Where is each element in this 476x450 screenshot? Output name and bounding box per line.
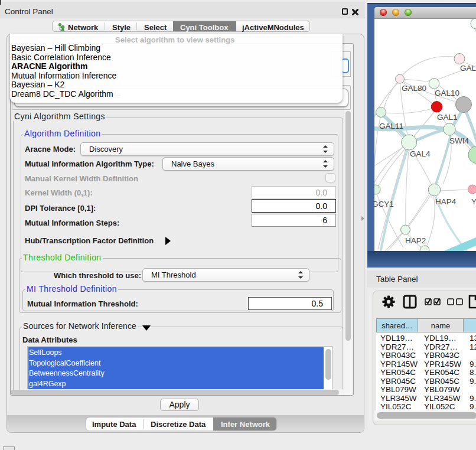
svg-text:GAL7: GAL7	[460, 64, 476, 73]
svg-text:GAL1: GAL1	[437, 113, 458, 122]
svg-text:GCY1: GCY1	[374, 200, 394, 208]
svg-text:SWI4: SWI4	[449, 136, 469, 145]
svg-text:GAL4: GAL4	[410, 149, 431, 158]
svg-text:GAL10: GAL10	[435, 89, 459, 97]
svg-text:HAP4: HAP4	[435, 197, 457, 206]
svg-text:Y: Y	[471, 197, 476, 206]
svg-text:HAP2: HAP2	[405, 236, 426, 245]
svg-text:GAL11: GAL11	[379, 122, 403, 131]
svg-text:GAL80: GAL80	[402, 84, 426, 93]
